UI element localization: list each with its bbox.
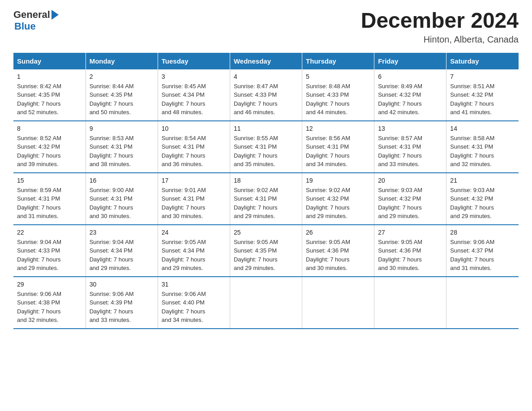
calendar-week-1: 1Sunrise: 8:42 AMSunset: 4:35 PMDaylight… [13,69,519,121]
calendar-cell: 18Sunrise: 9:02 AMSunset: 4:31 PMDayligh… [230,173,302,225]
calendar-cell: 27Sunrise: 9:05 AMSunset: 4:36 PMDayligh… [374,225,446,277]
calendar-cell: 29Sunrise: 9:06 AMSunset: 4:38 PMDayligh… [13,277,86,329]
calendar-cell: 10Sunrise: 8:54 AMSunset: 4:31 PMDayligh… [158,121,230,173]
day-info: Sunrise: 8:55 AMSunset: 4:31 PMDaylight:… [234,134,298,169]
day-info: Sunrise: 8:54 AMSunset: 4:31 PMDaylight:… [162,134,226,169]
day-number: 22 [17,229,82,236]
day-number: 4 [234,73,298,80]
calendar-header: SundayMondayTuesdayWednesdayThursdayFrid… [13,53,519,69]
day-number: 21 [450,177,515,184]
calendar-cell: 9Sunrise: 8:53 AMSunset: 4:31 PMDaylight… [86,121,158,173]
day-info: Sunrise: 9:04 AMSunset: 4:34 PMDaylight:… [90,238,154,273]
calendar-cell: 30Sunrise: 9:06 AMSunset: 4:39 PMDayligh… [86,277,158,329]
day-info: Sunrise: 8:44 AMSunset: 4:35 PMDaylight:… [90,82,154,117]
day-number: 3 [162,73,226,80]
header-day-monday: Monday [86,53,158,69]
day-number: 12 [306,125,370,132]
page-header: General Blue December 2024 Hinton, Alber… [13,9,519,45]
calendar-body: 1Sunrise: 8:42 AMSunset: 4:35 PMDaylight… [13,69,519,329]
day-info: Sunrise: 8:57 AMSunset: 4:31 PMDaylight:… [378,134,442,169]
day-info: Sunrise: 9:05 AMSunset: 4:36 PMDaylight:… [306,238,370,273]
calendar-month-year: December 2024 [361,9,519,33]
day-number: 19 [306,177,370,184]
day-info: Sunrise: 9:05 AMSunset: 4:34 PMDaylight:… [162,238,226,273]
day-number: 11 [234,125,298,132]
logo-general-text: General [13,9,50,21]
day-number: 13 [378,125,442,132]
calendar-cell: 20Sunrise: 9:03 AMSunset: 4:32 PMDayligh… [374,173,446,225]
day-info: Sunrise: 9:06 AMSunset: 4:37 PMDaylight:… [450,238,515,273]
calendar-title-block: December 2024 Hinton, Alberta, Canada [361,9,519,45]
header-day-saturday: Saturday [446,53,519,69]
calendar-week-4: 22Sunrise: 9:04 AMSunset: 4:33 PMDayligh… [13,225,519,277]
calendar-cell: 15Sunrise: 8:59 AMSunset: 4:31 PMDayligh… [13,173,86,225]
day-info: Sunrise: 8:59 AMSunset: 4:31 PMDaylight:… [17,186,82,221]
day-info: Sunrise: 9:01 AMSunset: 4:31 PMDaylight:… [162,186,226,221]
header-day-wednesday: Wednesday [230,53,302,69]
day-info: Sunrise: 9:06 AMSunset: 4:40 PMDaylight:… [162,290,226,325]
day-number: 17 [162,177,226,184]
calendar-cell [374,277,446,329]
calendar-cell [446,277,519,329]
header-day-friday: Friday [374,53,446,69]
day-info: Sunrise: 8:45 AMSunset: 4:34 PMDaylight:… [162,82,226,117]
day-info: Sunrise: 9:00 AMSunset: 4:31 PMDaylight:… [90,186,154,221]
calendar-location: Hinton, Alberta, Canada [361,34,519,45]
day-info: Sunrise: 9:06 AMSunset: 4:38 PMDaylight:… [17,290,82,325]
header-row: SundayMondayTuesdayWednesdayThursdayFrid… [13,53,519,69]
day-number: 31 [162,281,226,288]
header-day-sunday: Sunday [13,53,86,69]
day-number: 30 [90,281,154,288]
calendar-cell: 24Sunrise: 9:05 AMSunset: 4:34 PMDayligh… [158,225,230,277]
calendar-cell: 3Sunrise: 8:45 AMSunset: 4:34 PMDaylight… [158,69,230,121]
day-info: Sunrise: 9:02 AMSunset: 4:32 PMDaylight:… [306,186,370,221]
day-info: Sunrise: 9:03 AMSunset: 4:32 PMDaylight:… [378,186,442,221]
calendar-cell: 4Sunrise: 8:47 AMSunset: 4:33 PMDaylight… [230,69,302,121]
header-day-tuesday: Tuesday [158,53,230,69]
calendar-cell: 14Sunrise: 8:58 AMSunset: 4:31 PMDayligh… [446,121,519,173]
calendar-cell: 11Sunrise: 8:55 AMSunset: 4:31 PMDayligh… [230,121,302,173]
day-info: Sunrise: 8:58 AMSunset: 4:31 PMDaylight:… [450,134,515,169]
calendar-cell [230,277,302,329]
calendar-cell: 26Sunrise: 9:05 AMSunset: 4:36 PMDayligh… [302,225,374,277]
day-info: Sunrise: 8:51 AMSunset: 4:32 PMDaylight:… [450,82,515,117]
calendar-cell: 31Sunrise: 9:06 AMSunset: 4:40 PMDayligh… [158,277,230,329]
day-number: 26 [306,229,370,236]
day-number: 18 [234,177,298,184]
day-info: Sunrise: 9:05 AMSunset: 4:36 PMDaylight:… [378,238,442,273]
day-info: Sunrise: 8:49 AMSunset: 4:32 PMDaylight:… [378,82,442,117]
calendar-cell: 13Sunrise: 8:57 AMSunset: 4:31 PMDayligh… [374,121,446,173]
calendar-cell: 16Sunrise: 9:00 AMSunset: 4:31 PMDayligh… [86,173,158,225]
day-info: Sunrise: 9:02 AMSunset: 4:31 PMDaylight:… [234,186,298,221]
day-number: 23 [90,229,154,236]
day-number: 6 [378,73,442,80]
day-number: 9 [90,125,154,132]
day-number: 20 [378,177,442,184]
day-info: Sunrise: 9:05 AMSunset: 4:35 PMDaylight:… [234,238,298,273]
day-number: 15 [17,177,82,184]
day-info: Sunrise: 8:52 AMSunset: 4:32 PMDaylight:… [17,134,82,169]
day-info: Sunrise: 9:04 AMSunset: 4:33 PMDaylight:… [17,238,82,273]
logo: General Blue [13,9,59,32]
calendar-week-3: 15Sunrise: 8:59 AMSunset: 4:31 PMDayligh… [13,173,519,225]
calendar-cell: 28Sunrise: 9:06 AMSunset: 4:37 PMDayligh… [446,225,519,277]
day-info: Sunrise: 8:42 AMSunset: 4:35 PMDaylight:… [17,82,82,117]
day-info: Sunrise: 8:48 AMSunset: 4:33 PMDaylight:… [306,82,370,117]
calendar-cell: 21Sunrise: 9:03 AMSunset: 4:32 PMDayligh… [446,173,519,225]
calendar-cell: 2Sunrise: 8:44 AMSunset: 4:35 PMDaylight… [86,69,158,121]
day-number: 2 [90,73,154,80]
day-number: 29 [17,281,82,288]
calendar-cell: 6Sunrise: 8:49 AMSunset: 4:32 PMDaylight… [374,69,446,121]
calendar-cell: 8Sunrise: 8:52 AMSunset: 4:32 PMDaylight… [13,121,86,173]
calendar-cell: 17Sunrise: 9:01 AMSunset: 4:31 PMDayligh… [158,173,230,225]
day-info: Sunrise: 9:03 AMSunset: 4:32 PMDaylight:… [450,186,515,221]
logo-arrow-icon [51,10,59,20]
calendar-cell: 5Sunrise: 8:48 AMSunset: 4:33 PMDaylight… [302,69,374,121]
day-info: Sunrise: 8:53 AMSunset: 4:31 PMDaylight:… [90,134,154,169]
day-number: 7 [450,73,515,80]
day-info: Sunrise: 8:47 AMSunset: 4:33 PMDaylight:… [234,82,298,117]
calendar-cell: 19Sunrise: 9:02 AMSunset: 4:32 PMDayligh… [302,173,374,225]
day-number: 10 [162,125,226,132]
day-number: 25 [234,229,298,236]
day-info: Sunrise: 9:06 AMSunset: 4:39 PMDaylight:… [90,290,154,325]
